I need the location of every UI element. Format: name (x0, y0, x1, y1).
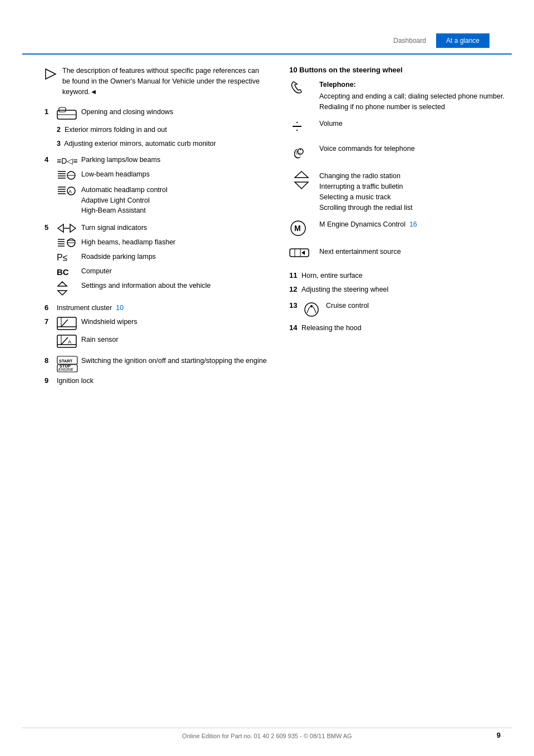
header-tabs: Dashboard At a glance (22, 0, 512, 55)
svg-rect-3 (59, 107, 66, 112)
item-4-sub3: A Automatic headlamp controlAdaptive Lig… (57, 185, 267, 216)
item-4-sub2-text: Low-beam headlamps (81, 169, 267, 180)
item-5-sub2: High beams, headlamp flasher (57, 237, 267, 248)
right-item-arrows: Changing the radio stationInterrupting a… (289, 171, 512, 213)
right-item-11-num: 11 (289, 271, 301, 279)
right-item-phone: Telephone: Accepting and ending a call; … (289, 80, 512, 112)
svg-rect-54 (290, 249, 309, 257)
item-4-sub3-text: Automatic headlamp controlAdaptive Light… (81, 185, 267, 216)
item-4-num: 4 (44, 155, 57, 164)
footer-text: Online Edition for Part no. 01 40 2 609 … (182, 733, 352, 739)
svg-rect-31 (57, 317, 76, 330)
svg-marker-51 (295, 182, 308, 189)
item-4-sub3-icon: A (57, 185, 81, 197)
right-item-14-text: Releasing the hood (301, 323, 512, 333)
page-number: 9 (497, 731, 501, 739)
next-text: Next entertainment source (319, 247, 401, 257)
item-7-num: 7 (44, 317, 57, 326)
voice-icon: ( (( (289, 144, 314, 164)
item-7-sub1-text: Windshield wipers (81, 317, 267, 327)
next-icon (289, 247, 314, 262)
intro-block: The description of features without spec… (44, 66, 267, 97)
item-5-sub5-icon (57, 281, 81, 296)
item-1-icon (57, 107, 81, 121)
right-item-12-num: 12 (289, 284, 301, 293)
tab-ataglance[interactable]: At a glance (436, 33, 490, 48)
right-item-13-num: 13 (289, 301, 301, 310)
svg-rect-34 (57, 335, 76, 347)
item-4-sub1: ≡D◁≡ Parking lamps/low beams (57, 155, 267, 166)
page-container: Dashboard At a glance The description of… (0, 0, 534, 756)
item-7: 7 Windshield wipers (44, 317, 267, 352)
right-item-14: 14 Releasing the hood (289, 323, 512, 333)
item-8-num: 8 (44, 356, 57, 365)
item-4: 4 ≡D◁≡ Parking lamps/low beams (44, 155, 267, 219)
item-7-sub2: A Rain sensor (57, 335, 267, 349)
item-9-num: 9 (44, 376, 57, 385)
m-engine-link[interactable]: 16 (409, 220, 417, 228)
arrows-text: Changing the radio stationInterrupting a… (319, 171, 412, 213)
svg-marker-50 (295, 171, 308, 178)
tab-dashboard[interactable]: Dashboard (383, 33, 436, 48)
item-4-sub1-text: Parking lamps/low beams (81, 155, 267, 165)
right-item-13-text: Cruise control (326, 301, 512, 311)
svg-point-59 (310, 305, 313, 307)
item-7-sub2-text: Rain sensor (81, 335, 267, 345)
svg-text:START: START (59, 359, 73, 364)
m-engine-text: M Engine Dynamics Control 16 (319, 219, 417, 230)
item-7-sub1: Windshield wipers (57, 317, 267, 331)
item-5-sub3-text: Roadside parking lamps (81, 252, 267, 262)
volume-icon (289, 119, 314, 137)
svg-marker-57 (301, 251, 305, 255)
item-4-sub2-icon (57, 169, 81, 181)
svg-text:BC: BC (57, 267, 69, 277)
item-5-sub5-text: Settings and information about the vehic… (81, 281, 267, 291)
item-3-text: 3 Adjusting exterior mirrors, automatic … (57, 139, 267, 149)
right-item-12-text: Adjusting the steering wheel (301, 284, 512, 295)
svg-marker-30 (58, 291, 67, 295)
right-item-14-num: 14 (289, 323, 301, 332)
svg-text:A: A (68, 189, 72, 194)
right-item-m-engine: M M Engine Dynamics Control 16 (289, 219, 512, 240)
svg-marker-18 (70, 224, 76, 232)
item-9-text: Ignition lock (57, 376, 267, 386)
item-5-sub2-icon (57, 237, 81, 248)
item-4-sub1-icon: ≡D◁≡ (57, 155, 81, 166)
arrows-icon (289, 171, 314, 190)
svg-text:(: ( (299, 151, 301, 156)
m-engine-icon: M (289, 219, 314, 240)
item-6-num: 6 (44, 303, 57, 312)
intro-text: The description of features without spec… (62, 66, 267, 97)
volume-text: Volume (319, 119, 343, 129)
item-5-sub1-icon (57, 223, 81, 234)
voice-text: Voice commands for telephone (319, 144, 415, 154)
item-8-icon: START STOP ENGINE (57, 356, 81, 372)
col-left: The description of features without spec… (44, 66, 267, 390)
svg-marker-29 (58, 282, 67, 286)
item-1-num: 1 (44, 107, 57, 116)
svg-point-58 (305, 303, 318, 316)
item-5-sub4-icon: BC (57, 266, 81, 277)
svg-marker-0 (46, 69, 56, 79)
item-6-link[interactable]: 10 (116, 304, 123, 312)
item-1: 1 Opening and closing windows (44, 107, 267, 121)
item-8-text: Switching the ignition on/off and starti… (81, 356, 267, 366)
item-5-sub4-text: Computer (81, 266, 267, 277)
svg-text:≡D◁≡: ≡D◁≡ (57, 156, 77, 165)
item-8: 8 START STOP ENGINE Switching the igniti… (44, 356, 267, 372)
item-9: 9 Ignition lock (44, 376, 267, 386)
svg-text:M: M (294, 224, 301, 233)
item-5-sub5: Settings and information about the vehic… (57, 281, 267, 296)
svg-text:ENGINE: ENGINE (58, 367, 73, 371)
cruise-icon (301, 301, 326, 317)
footer: Online Edition for Part no. 01 40 2 609 … (22, 728, 512, 739)
right-item-voice: ( (( Voice commands for telephone (289, 144, 512, 164)
svg-text:A: A (68, 339, 71, 345)
item-7-sub1-icon (57, 317, 81, 331)
item-5-sub1: Turn signal indicators (57, 223, 267, 234)
item-4-sub2: Low-beam headlamps (57, 169, 267, 181)
item-5-sub3-icon: P≤ (57, 252, 81, 263)
item-5-sub4: BC Computer (57, 266, 267, 277)
item-1-text: Opening and closing windows (81, 107, 267, 117)
svg-text:((: (( (296, 150, 299, 155)
